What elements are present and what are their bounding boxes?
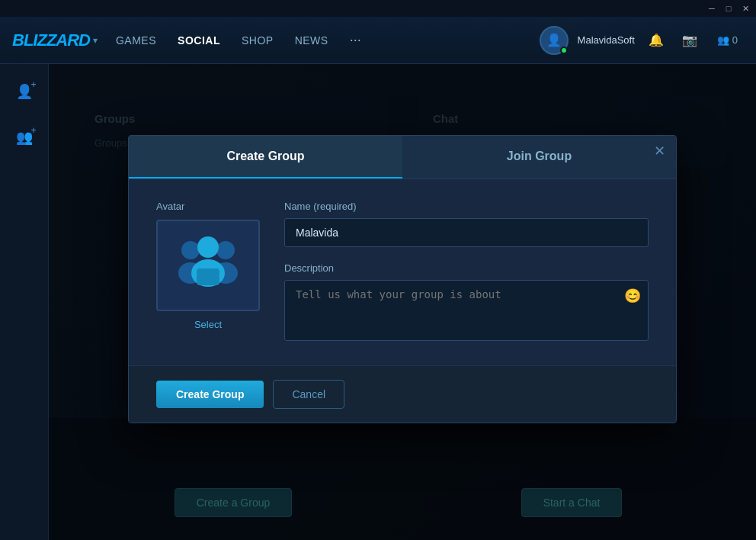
svg-point-4 [197, 236, 219, 258]
description-label: Description [284, 262, 649, 274]
nav-games[interactable]: GAMES [116, 34, 156, 47]
notification-bell-button[interactable]: 🔔 [644, 28, 668, 53]
modal-header: Create Group Join Group ✕ [129, 136, 676, 179]
user-avatar[interactable]: 👤 [540, 26, 569, 55]
logo-chevron-icon: ▾ [93, 35, 98, 46]
username-label[interactable]: MalavidaSoft [578, 34, 635, 46]
avatar-section: Avatar [156, 201, 260, 330]
minimize-button[interactable]: ─ [706, 2, 718, 14]
group-avatar-icon [174, 235, 242, 296]
content-area: Groups Groups let you connect with other… [49, 64, 756, 540]
create-group-button[interactable]: Create Group [156, 381, 264, 408]
plus-icon: + [30, 79, 36, 90]
main-area: 👤 + 👥 + Groups Groups let you connect wi… [0, 64, 756, 540]
add-friend-icon: 👤 [16, 83, 33, 100]
friends-count: 0 [732, 34, 738, 46]
create-group-modal: Create Group Join Group ✕ Avatar [128, 135, 677, 423]
nav-shop[interactable]: SHOP [242, 34, 274, 47]
tab-join-group[interactable]: Join Group [402, 136, 676, 178]
modal-close-button[interactable]: ✕ [650, 142, 668, 160]
modal-footer: Create Group Cancel [129, 365, 676, 423]
emoji-button[interactable]: 😊 [624, 288, 641, 304]
svg-point-2 [216, 241, 235, 259]
modal-body: Avatar [129, 179, 676, 365]
maximize-button[interactable]: □ [722, 2, 735, 14]
nav-bar: BLIZZARD ▾ GAMES SOCIAL SHOP NEWS ··· 👤 … [0, 17, 756, 64]
sidebar-add-group[interactable]: 👥 + [9, 122, 40, 153]
description-wrap: 😊 [284, 280, 649, 344]
plus-icon-2: + [30, 125, 36, 136]
friends-icon: 👥 [717, 34, 729, 46]
sidebar-add-friend[interactable]: 👤 + [9, 76, 40, 107]
logo[interactable]: BLIZZARD ▾ [12, 31, 98, 50]
friends-button[interactable]: 👥 0 [711, 31, 744, 49]
svg-rect-6 [197, 268, 219, 285]
online-indicator [560, 47, 568, 54]
close-button[interactable]: ✕ [739, 2, 751, 14]
avatar-label: Avatar [156, 201, 184, 212]
avatar-select-link[interactable]: Select [194, 319, 222, 330]
title-bar: ─ □ ✕ [0, 0, 756, 17]
sidebar: 👤 + 👥 + [0, 64, 49, 540]
name-label: Name (required) [284, 201, 649, 212]
nav-news[interactable]: NEWS [295, 34, 328, 47]
tab-create-group[interactable]: Create Group [129, 136, 402, 178]
add-group-icon: 👥 [16, 129, 33, 146]
name-input[interactable] [284, 218, 649, 247]
description-textarea[interactable] [284, 280, 649, 341]
svg-point-0 [181, 241, 200, 259]
avatar-preview [156, 220, 260, 311]
logo-text: BLIZZARD [12, 31, 90, 50]
nav-links: GAMES SOCIAL SHOP NEWS ··· [116, 32, 540, 48]
camera-button[interactable]: 📷 [678, 28, 702, 53]
cancel-button[interactable]: Cancel [273, 380, 344, 409]
nav-right: 👤 MalavidaSoft 🔔 📷 👥 0 [540, 26, 744, 55]
form-section: Name (required) Description 😊 [284, 201, 649, 344]
avatar-icon: 👤 [546, 33, 562, 47]
nav-more-button[interactable]: ··· [350, 32, 361, 48]
nav-social[interactable]: SOCIAL [178, 34, 220, 47]
modal-tabs: Create Group Join Group [129, 136, 676, 179]
modal-backdrop: Create Group Join Group ✕ Avatar [49, 64, 756, 540]
